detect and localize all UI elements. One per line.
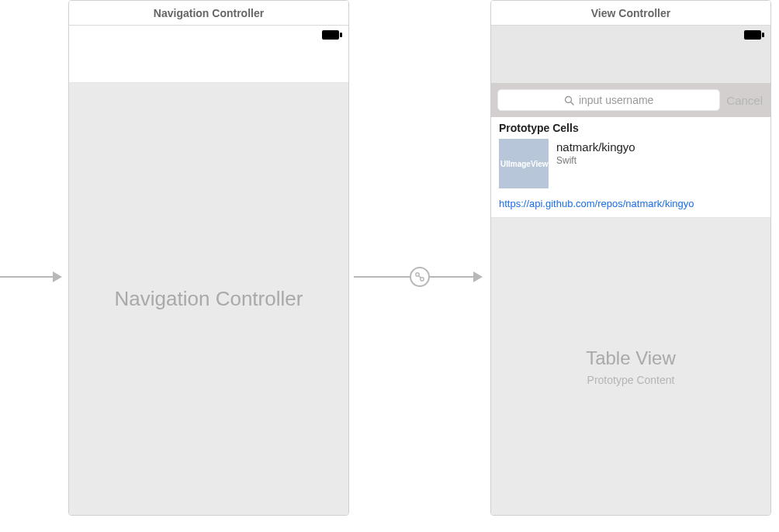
prototype-cell[interactable]: UIImageView natmark/kingyo Swift bbox=[491, 136, 770, 193]
svg-line-4 bbox=[419, 276, 421, 278]
svg-line-8 bbox=[570, 102, 573, 105]
navigation-controller-scene[interactable]: Navigation Controller Navigation Control… bbox=[68, 0, 349, 516]
search-input[interactable]: input username bbox=[497, 89, 720, 111]
search-icon bbox=[564, 95, 574, 105]
battery-icon bbox=[322, 30, 342, 40]
cancel-button[interactable]: Cancel bbox=[725, 94, 764, 107]
svg-rect-5 bbox=[744, 30, 761, 40]
svg-rect-6 bbox=[762, 33, 764, 37]
cell-url-label[interactable]: https://api.github.com/repos/natmark/kin… bbox=[491, 193, 770, 218]
search-bar: input username Cancel bbox=[491, 83, 770, 117]
prototype-cells-header: Prototype Cells bbox=[491, 117, 770, 136]
nav-bar-area bbox=[491, 26, 770, 83]
table-view-label: Table View bbox=[586, 347, 676, 369]
segue-relationship-icon[interactable] bbox=[410, 267, 430, 287]
cell-subtitle-label: Swift bbox=[556, 155, 635, 166]
cell-text-stack: natmark/kingyo Swift bbox=[556, 139, 635, 188]
battery-icon bbox=[744, 30, 764, 40]
nav-controller-label: Navigation Controller bbox=[115, 287, 303, 311]
table-view-placeholder: Table View Prototype Content bbox=[491, 218, 770, 515]
svg-rect-0 bbox=[322, 30, 339, 40]
prototype-content-label: Prototype Content bbox=[587, 374, 675, 386]
nav-controller-body: Navigation Controller bbox=[69, 83, 348, 515]
scene-title: Navigation Controller bbox=[69, 1, 348, 26]
scene-title: View Controller bbox=[491, 1, 770, 26]
svg-rect-1 bbox=[340, 33, 342, 37]
uiimageview-placeholder: UIImageView bbox=[499, 139, 549, 188]
view-controller-scene[interactable]: View Controller input username Cancel Pr… bbox=[490, 0, 771, 516]
nav-bar-area bbox=[69, 26, 348, 83]
cell-title-label: natmark/kingyo bbox=[556, 140, 635, 154]
initial-segue-arrow bbox=[0, 276, 61, 278]
search-placeholder: input username bbox=[579, 94, 654, 106]
